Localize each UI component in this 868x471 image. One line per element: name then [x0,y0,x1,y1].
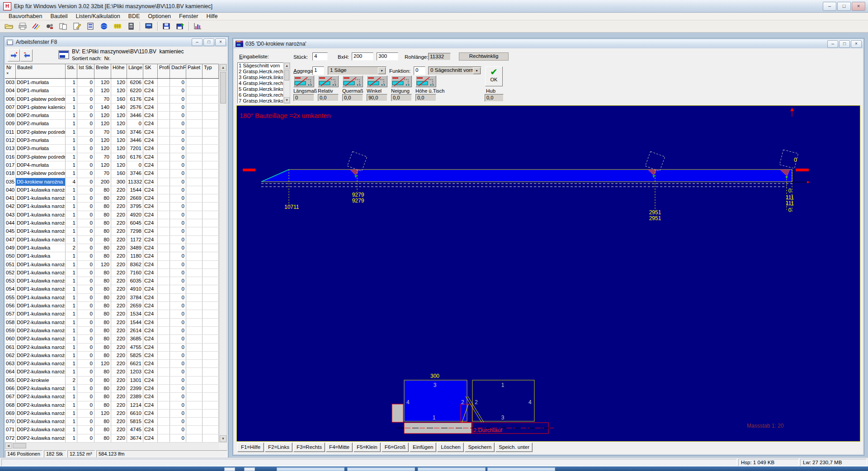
cell-ist-stk[interactable]: 0 [77,277,94,285]
table-row[interactable]: 063 D0P2-kulawka narożn 1 0 120 220 6621… [5,360,219,368]
document-list-icon[interactable] [84,21,97,32]
table-row[interactable]: 055 D0P1-kulawka narożn 1 0 80 220 3784 … [5,294,219,302]
cell-sk[interactable]: C24 [143,153,158,161]
cell-ist-stk[interactable]: 0 [77,161,94,169]
cell-paket[interactable] [186,120,203,127]
cell-hoehe[interactable]: 220 [111,418,127,425]
cell-nr[interactable]: 055 [5,294,16,301]
cell-paket[interactable] [186,368,203,376]
cell-ist-stk[interactable]: 0 [77,352,94,359]
cell-sk[interactable]: C24 [143,145,158,152]
cell-breite[interactable]: 80 [94,203,111,210]
save-disk-icon[interactable] [160,21,173,32]
cell-laenge[interactable]: 6176 [127,95,143,103]
cell-bauteil[interactable]: D0P2-kulawka narożn [16,393,66,400]
cell-nr[interactable]: 064 [5,368,16,376]
cell-paket[interactable] [186,170,203,177]
cell-paket[interactable] [186,153,203,161]
cell-stk[interactable]: 1 [66,87,77,94]
cell-typ[interactable] [203,352,219,359]
cell-laenge[interactable]: 2669 [127,194,143,202]
menu-item[interactable]: Hilfe [202,13,222,20]
menu-item[interactable]: Optionen [144,13,175,20]
cell-dachfl[interactable]: 0 [170,170,186,177]
cell-paket[interactable] [186,426,203,433]
cell-bauteil[interactable]: D0P1-kulawka narożn [16,203,66,210]
cell-typ[interactable] [203,79,219,86]
cell-breite[interactable]: 80 [94,426,111,433]
cell-ist-stk[interactable]: 0 [77,385,94,392]
cell-bauteil[interactable]: D0P2-kulawka narożn [16,385,66,392]
cell-typ[interactable] [203,104,219,111]
cell-laenge[interactable]: 2576 [127,104,143,111]
menu-item[interactable]: Bauvorhaben [5,13,46,20]
cell-hoehe[interactable]: 220 [111,227,127,235]
cell-ist-stk[interactable]: 0 [77,269,94,277]
cell-ist-stk[interactable]: 0 [77,401,94,409]
cell-breite[interactable]: 200 [94,178,111,186]
cell-laenge[interactable]: 4755 [127,344,143,351]
cell-typ[interactable] [203,377,219,384]
cell-typ[interactable] [203,153,219,161]
cell-ist-stk[interactable]: 0 [77,104,94,111]
cell-sk[interactable]: C24 [143,418,158,425]
cell-typ[interactable] [203,112,219,119]
cell-typ[interactable] [203,360,219,367]
cell-stk[interactable]: 1 [66,137,77,144]
cell-profil[interactable] [158,344,170,351]
cell-hoehe[interactable]: 220 [111,426,127,433]
cell-paket[interactable] [186,434,203,442]
open-folder-icon[interactable] [2,21,15,32]
cell-stk[interactable]: 1 [66,327,77,334]
cell-breite[interactable]: 120 [94,112,111,119]
cell-hoehe[interactable]: 220 [111,385,127,392]
cell-laenge[interactable]: 1301 [127,377,143,384]
aggregat-input[interactable]: 1 [312,66,324,75]
cell-dachfl[interactable]: 0 [170,418,186,425]
cell-nr[interactable]: 057 [5,310,16,318]
function-key-button[interactable]: F4=Mitte [326,443,353,452]
cell-laenge[interactable]: 6206 [127,79,143,86]
cell-sk[interactable]: C24 [143,252,158,260]
cell-nr[interactable]: 061 [5,344,16,351]
cell-ist-stk[interactable]: 0 [77,153,94,161]
cell-typ[interactable] [203,410,219,417]
cell-hoehe[interactable]: 220 [111,244,127,252]
cell-sk[interactable]: C24 [143,178,158,186]
cell-paket[interactable] [186,277,203,285]
cell-ist-stk[interactable]: 0 [77,178,94,186]
cell-nr[interactable]: 047 [5,236,16,244]
paint-config-icon[interactable] [29,21,42,32]
cell-sk[interactable]: C24 [143,294,158,301]
cell-laenge[interactable]: 6176 [127,153,143,161]
cell-profil[interactable] [158,145,170,152]
menu-item[interactable]: BDE [124,13,144,20]
cell-typ[interactable] [203,418,219,425]
cell-dachfl[interactable]: 0 [170,426,186,433]
cell-laenge[interactable]: 2614 [127,327,143,334]
cell-bauteil[interactable]: D0P1-kulawka narożn [16,227,66,235]
copy-icon[interactable] [57,21,70,32]
cell-dachfl[interactable]: 0 [170,327,186,334]
cell-dachfl[interactable]: 0 [170,310,186,318]
cell-profil[interactable] [158,377,170,384]
cell-typ[interactable] [203,277,219,285]
cell-hoehe[interactable]: 120 [111,161,127,169]
col-header-nr[interactable]: Nr× [5,64,16,78]
cell-nr[interactable]: 044 [5,219,16,227]
cell-hoehe[interactable]: 220 [111,319,127,326]
function-key-button[interactable]: Speichern [465,443,495,452]
cell-sk[interactable]: C24 [143,170,158,177]
cell-paket[interactable] [186,344,203,351]
cell-profil[interactable] [158,203,170,210]
scrollbar-thumb[interactable] [284,70,289,80]
cell-nr[interactable]: 071 [5,426,16,433]
cell-dachfl[interactable]: 0 [170,335,186,343]
function-key-button[interactable]: F5=Klein [354,443,381,452]
table-row[interactable]: 049 D0P1-kulawka 2 0 80 220 3489 C24 0 [5,244,219,252]
scroll-down-arrow[interactable]: ▼ [220,435,226,442]
funktion-input[interactable]: 0 [414,66,425,75]
cell-nr[interactable]: 060 [5,335,16,343]
cell-stk[interactable]: 1 [66,401,77,409]
cell-laenge[interactable]: 4920 [127,211,143,219]
